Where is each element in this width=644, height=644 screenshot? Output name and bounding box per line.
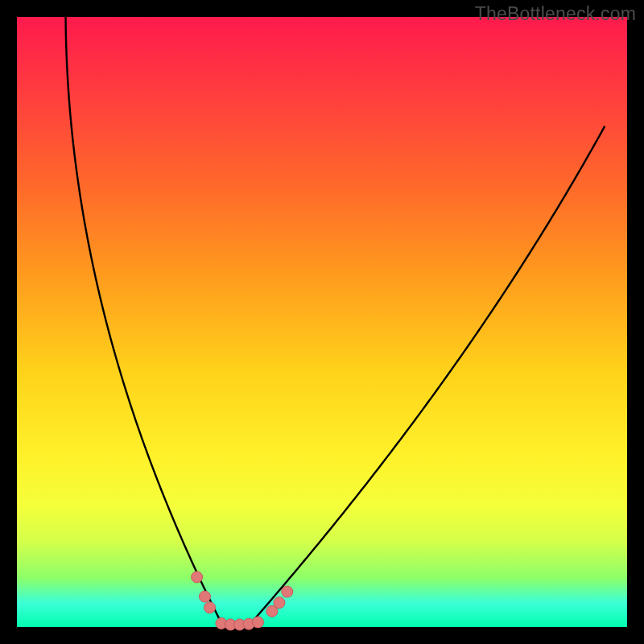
chart-svg bbox=[17, 17, 627, 627]
left-branch bbox=[66, 17, 224, 627]
marker-dot bbox=[282, 586, 293, 597]
marker-group bbox=[192, 572, 293, 630]
left-branch-path bbox=[66, 17, 224, 627]
marker-dot bbox=[204, 602, 216, 613]
right-branch-path bbox=[248, 126, 605, 627]
marker-dot bbox=[274, 597, 285, 609]
plot-area bbox=[17, 17, 627, 627]
chart-frame: TheBottleneck.com bbox=[0, 0, 644, 644]
marker-dot bbox=[252, 617, 263, 628]
marker-dot bbox=[192, 572, 203, 583]
right-branch bbox=[248, 126, 605, 627]
watermark-text: TheBottleneck.com bbox=[475, 3, 636, 25]
marker-dot bbox=[199, 591, 210, 602]
